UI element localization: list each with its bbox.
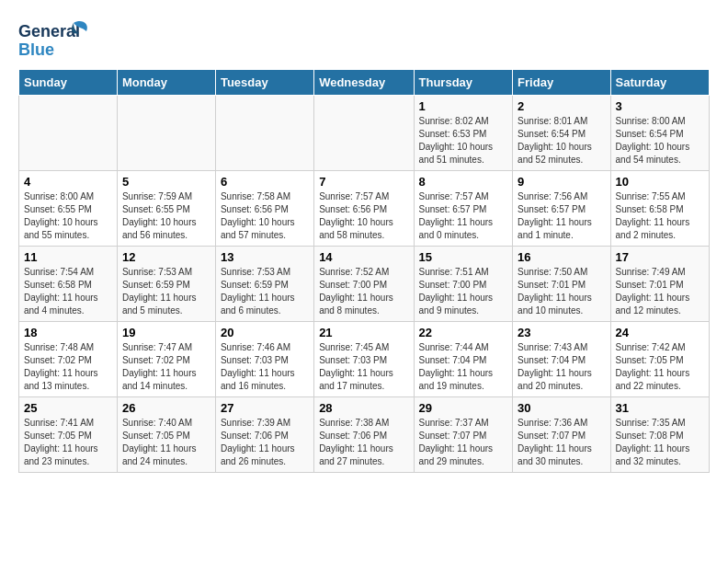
day-info: Sunrise: 7:58 AM Sunset: 6:56 PM Dayligh… [221, 190, 309, 242]
day-info: Sunrise: 7:39 AM Sunset: 7:06 PM Dayligh… [221, 417, 309, 468]
calendar-day [19, 96, 118, 171]
logo-svg: GeneralBlue [18, 18, 92, 60]
calendar-header-row: SundayMondayTuesdayWednesdayThursdayFrid… [19, 70, 710, 96]
calendar-day: 28Sunrise: 7:38 AM Sunset: 7:06 PM Dayli… [314, 397, 414, 473]
day-info: Sunrise: 8:02 AM Sunset: 6:53 PM Dayligh… [419, 115, 508, 167]
day-number: 18 [24, 326, 112, 339]
day-number: 6 [221, 175, 309, 189]
day-info: Sunrise: 7:59 AM Sunset: 6:55 PM Dayligh… [122, 190, 210, 242]
calendar-day: 27Sunrise: 7:39 AM Sunset: 7:06 PM Dayli… [215, 397, 313, 473]
day-number: 17 [616, 250, 704, 264]
calendar-day: 5Sunrise: 7:59 AM Sunset: 6:55 PM Daylig… [117, 171, 215, 247]
day-info: Sunrise: 7:52 AM Sunset: 7:00 PM Dayligh… [319, 266, 408, 317]
day-number: 30 [518, 401, 605, 415]
day-info: Sunrise: 7:47 AM Sunset: 7:02 PM Dayligh… [122, 341, 210, 393]
calendar-day: 3Sunrise: 8:00 AM Sunset: 6:54 PM Daylig… [610, 96, 709, 171]
day-info: Sunrise: 8:01 AM Sunset: 6:54 PM Dayligh… [518, 115, 605, 167]
day-number: 2 [518, 99, 605, 113]
day-number: 4 [24, 175, 112, 189]
day-info: Sunrise: 7:35 AM Sunset: 7:08 PM Dayligh… [616, 417, 704, 468]
day-info: Sunrise: 7:49 AM Sunset: 7:01 PM Dayligh… [616, 266, 704, 317]
calendar-day: 30Sunrise: 7:36 AM Sunset: 7:07 PM Dayli… [513, 397, 610, 473]
day-info: Sunrise: 7:48 AM Sunset: 7:02 PM Dayligh… [24, 341, 112, 393]
svg-text:Blue: Blue [18, 40, 54, 59]
day-number: 28 [319, 401, 408, 415]
day-info: Sunrise: 7:53 AM Sunset: 6:59 PM Dayligh… [122, 266, 210, 317]
calendar-day: 19Sunrise: 7:47 AM Sunset: 7:02 PM Dayli… [117, 322, 215, 397]
calendar-day: 31Sunrise: 7:35 AM Sunset: 7:08 PM Dayli… [610, 397, 709, 473]
day-number: 3 [616, 99, 704, 113]
column-header-monday: Monday [117, 70, 215, 96]
calendar-day: 15Sunrise: 7:51 AM Sunset: 7:00 PM Dayli… [414, 247, 513, 322]
day-number: 5 [122, 175, 210, 189]
day-number: 12 [122, 250, 210, 264]
calendar-day: 4Sunrise: 8:00 AM Sunset: 6:55 PM Daylig… [19, 171, 118, 247]
column-header-sunday: Sunday [19, 70, 118, 96]
calendar-day: 8Sunrise: 7:57 AM Sunset: 6:57 PM Daylig… [414, 171, 513, 247]
calendar-day: 16Sunrise: 7:50 AM Sunset: 7:01 PM Dayli… [513, 247, 610, 322]
day-number: 25 [24, 401, 112, 415]
day-info: Sunrise: 7:51 AM Sunset: 7:00 PM Dayligh… [419, 266, 508, 317]
day-info: Sunrise: 7:57 AM Sunset: 6:57 PM Dayligh… [419, 190, 508, 242]
day-number: 13 [221, 250, 309, 264]
day-info: Sunrise: 7:43 AM Sunset: 7:04 PM Dayligh… [518, 341, 605, 393]
calendar-week-4: 18Sunrise: 7:48 AM Sunset: 7:02 PM Dayli… [19, 322, 710, 397]
day-info: Sunrise: 7:55 AM Sunset: 6:58 PM Dayligh… [616, 190, 704, 242]
calendar-day: 11Sunrise: 7:54 AM Sunset: 6:58 PM Dayli… [19, 247, 118, 322]
day-number: 8 [419, 175, 508, 189]
calendar-day: 26Sunrise: 7:40 AM Sunset: 7:05 PM Dayli… [117, 397, 215, 473]
calendar-day: 13Sunrise: 7:53 AM Sunset: 6:59 PM Dayli… [215, 247, 313, 322]
calendar-day: 23Sunrise: 7:43 AM Sunset: 7:04 PM Dayli… [513, 322, 610, 397]
calendar-day: 20Sunrise: 7:46 AM Sunset: 7:03 PM Dayli… [215, 322, 313, 397]
calendar-day: 14Sunrise: 7:52 AM Sunset: 7:00 PM Dayli… [314, 247, 414, 322]
calendar-week-1: 1Sunrise: 8:02 AM Sunset: 6:53 PM Daylig… [19, 96, 710, 171]
calendar-week-3: 11Sunrise: 7:54 AM Sunset: 6:58 PM Dayli… [19, 247, 710, 322]
day-info: Sunrise: 7:36 AM Sunset: 7:07 PM Dayligh… [518, 417, 605, 468]
calendar-day: 10Sunrise: 7:55 AM Sunset: 6:58 PM Dayli… [610, 171, 709, 247]
calendar-day: 29Sunrise: 7:37 AM Sunset: 7:07 PM Dayli… [414, 397, 513, 473]
day-number: 16 [518, 250, 605, 264]
day-info: Sunrise: 7:46 AM Sunset: 7:03 PM Dayligh… [221, 341, 309, 393]
day-number: 19 [122, 326, 210, 339]
day-number: 15 [419, 250, 508, 264]
day-info: Sunrise: 7:44 AM Sunset: 7:04 PM Dayligh… [419, 341, 508, 393]
day-number: 24 [616, 326, 704, 339]
column-header-friday: Friday [513, 70, 610, 96]
day-info: Sunrise: 7:37 AM Sunset: 7:07 PM Dayligh… [419, 417, 508, 468]
day-number: 29 [419, 401, 508, 415]
calendar-day: 17Sunrise: 7:49 AM Sunset: 7:01 PM Dayli… [610, 247, 709, 322]
day-info: Sunrise: 7:41 AM Sunset: 7:05 PM Dayligh… [24, 417, 112, 468]
calendar-day [314, 96, 414, 171]
calendar-week-5: 25Sunrise: 7:41 AM Sunset: 7:05 PM Dayli… [19, 397, 710, 473]
calendar-day [117, 96, 215, 171]
day-number: 9 [518, 175, 605, 189]
calendar-day: 9Sunrise: 7:56 AM Sunset: 6:57 PM Daylig… [513, 171, 610, 247]
column-header-thursday: Thursday [414, 70, 513, 96]
day-number: 10 [616, 175, 704, 189]
calendar-week-2: 4Sunrise: 8:00 AM Sunset: 6:55 PM Daylig… [19, 171, 710, 247]
calendar-day: 18Sunrise: 7:48 AM Sunset: 7:02 PM Dayli… [19, 322, 118, 397]
day-info: Sunrise: 8:00 AM Sunset: 6:55 PM Dayligh… [24, 190, 112, 242]
svg-text:General: General [18, 22, 80, 40]
column-header-wednesday: Wednesday [314, 70, 414, 96]
calendar-day: 1Sunrise: 8:02 AM Sunset: 6:53 PM Daylig… [414, 96, 513, 171]
calendar-day: 25Sunrise: 7:41 AM Sunset: 7:05 PM Dayli… [19, 397, 118, 473]
calendar-day [215, 96, 313, 171]
day-number: 22 [419, 326, 508, 339]
day-number: 27 [221, 401, 309, 415]
calendar-day: 6Sunrise: 7:58 AM Sunset: 6:56 PM Daylig… [215, 171, 313, 247]
day-info: Sunrise: 7:57 AM Sunset: 6:56 PM Dayligh… [319, 190, 408, 242]
calendar-day: 21Sunrise: 7:45 AM Sunset: 7:03 PM Dayli… [314, 322, 414, 397]
calendar-table: SundayMondayTuesdayWednesdayThursdayFrid… [18, 69, 710, 473]
day-info: Sunrise: 8:00 AM Sunset: 6:54 PM Dayligh… [616, 115, 704, 167]
page-header: GeneralBlue [18, 18, 710, 60]
day-number: 1 [419, 99, 508, 113]
calendar-day: 24Sunrise: 7:42 AM Sunset: 7:05 PM Dayli… [610, 322, 709, 397]
calendar-day: 7Sunrise: 7:57 AM Sunset: 6:56 PM Daylig… [314, 171, 414, 247]
day-number: 26 [122, 401, 210, 415]
day-info: Sunrise: 7:53 AM Sunset: 6:59 PM Dayligh… [221, 266, 309, 317]
day-number: 20 [221, 326, 309, 339]
column-header-tuesday: Tuesday [215, 70, 313, 96]
day-number: 7 [319, 175, 408, 189]
calendar-day: 22Sunrise: 7:44 AM Sunset: 7:04 PM Dayli… [414, 322, 513, 397]
